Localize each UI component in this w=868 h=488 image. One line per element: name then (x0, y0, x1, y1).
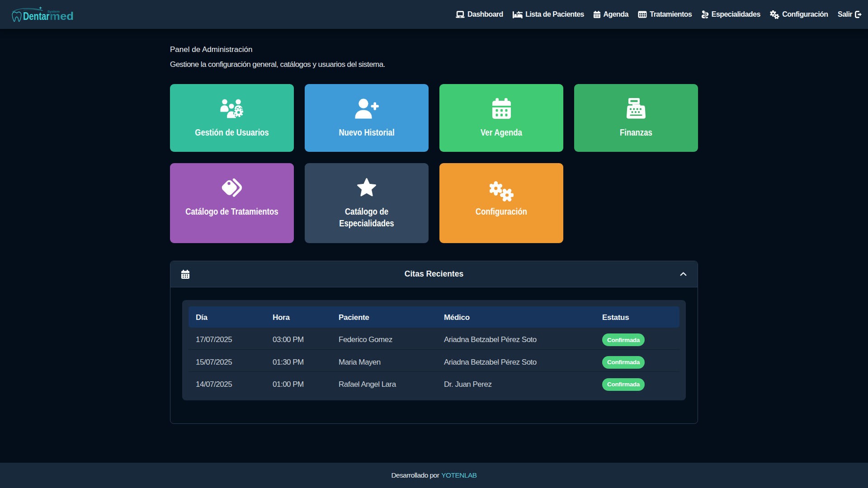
svg-text:Dentar: Dentar (23, 10, 50, 22)
svg-text:med: med (50, 10, 74, 22)
